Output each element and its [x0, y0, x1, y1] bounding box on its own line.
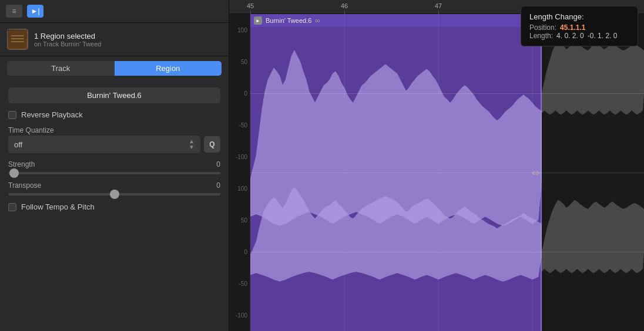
region-play-icon[interactable]: ►	[254, 16, 262, 25]
tooltip-title: Length Change:	[529, 12, 629, 21]
y-axis: 100 50 0 -50 -100 100 50 0 -50 -100	[229, 14, 250, 331]
right-panel: 45 46 47 100 50 0 -50 -100 100 50 0 -50 …	[229, 0, 644, 331]
y-label-100-top: 100	[237, 27, 247, 33]
strength-label: Strength	[8, 160, 35, 168]
tooltip-length-label: Length:	[529, 32, 553, 40]
thumbnail-inner	[8, 29, 28, 49]
y-label-100-mid: -100	[236, 154, 247, 160]
y-label-50-top: 50	[241, 59, 247, 65]
follow-tempo-row: Follow Tempo & Pitch	[8, 202, 220, 211]
strength-value: 0	[216, 160, 220, 168]
header-bar: ≡ ►|	[0, 0, 229, 23]
svg-rect-3	[11, 41, 24, 42]
y-label-50-bot: 50	[241, 217, 247, 224]
time-quantize-value: off	[14, 140, 22, 149]
zero-line-bottom	[250, 252, 644, 252]
follow-tempo-label: Follow Tempo & Pitch	[21, 202, 95, 211]
transport-icon: ►|	[31, 7, 40, 15]
left-panel: ≡ ►| 1 Region selected on Track Burnin' …	[0, 0, 229, 331]
y-label-50-mid: -50	[239, 122, 247, 129]
transpose-label: Transpose	[8, 181, 41, 190]
time-quantize-row: off ▲▼ Q	[8, 136, 220, 153]
waveform-area: 100 50 0 -50 -100 100 50 0 -50 -100 ► Bu…	[229, 14, 644, 331]
transport-button[interactable]: ►|	[27, 5, 43, 18]
y-label-m50-bot: -50	[239, 281, 247, 287]
y-label-100-bot-top: 100	[237, 185, 247, 192]
tooltip-length-value: 4. 0. 2. 0	[556, 32, 584, 40]
ruler-mark-47: 47	[435, 2, 442, 14]
tab-region[interactable]: Region	[115, 61, 222, 76]
form-area: Reverse Playback Time Quantize off ▲▼ Q …	[0, 80, 229, 331]
menu-button[interactable]: ≡	[6, 5, 22, 18]
tooltip-delta-value: -0. 1. 2. 0	[588, 32, 618, 40]
waveform-svg-bottom	[250, 179, 542, 331]
strength-row: Strength 0	[8, 160, 220, 170]
time-quantize-section: Time Quantize off ▲▼ Q	[8, 126, 220, 153]
y-label-0-top: 0	[244, 90, 247, 97]
tooltip-position-label: Position:	[529, 23, 556, 32]
y-label-0-bot: 0	[244, 249, 247, 255]
region-thumbnail	[7, 29, 28, 50]
zero-line-divider	[250, 173, 644, 173]
reverse-playback-row: Reverse Playback	[8, 110, 220, 119]
select-arrows-icon: ▲▼	[189, 139, 194, 150]
time-quantize-select[interactable]: off ▲▼	[8, 136, 200, 153]
ruler-mark-45: 45	[247, 2, 254, 14]
tab-track[interactable]: Track	[7, 61, 115, 76]
q-button[interactable]: Q	[204, 136, 220, 153]
transpose-section: Transpose 0	[8, 181, 220, 195]
waveform-track-area: ► Burnin' Tweed.6 ∞	[250, 14, 644, 331]
region-info: 1 Region selected on Track Burnin' Tweed	[0, 23, 229, 56]
strength-thumb[interactable]	[9, 168, 19, 178]
reverse-playback-label: Reverse Playback	[21, 110, 83, 119]
y-label-m100-bot: -100	[236, 312, 247, 319]
reverse-playback-checkbox[interactable]	[8, 111, 16, 119]
zero-line-top	[250, 93, 644, 94]
region-text: 1 Region selected on Track Burnin' Tweed	[34, 32, 101, 48]
tooltip-length-row: Length: 4. 0. 2. 0 -0. 1. 2. 0	[529, 32, 629, 40]
strength-slider[interactable]	[8, 172, 220, 174]
time-quantize-label: Time Quantize	[8, 126, 220, 134]
transpose-thumb[interactable]	[110, 190, 119, 199]
region-name-label: Burnin' Tweed.6	[266, 17, 311, 24]
transpose-slider[interactable]	[8, 193, 220, 195]
transpose-value: 0	[216, 181, 220, 190]
region-name-input[interactable]	[8, 87, 220, 103]
link-icon: ∞	[315, 16, 320, 25]
strength-section: Strength 0	[8, 160, 220, 174]
tooltip-position-value: 45.1.1.1	[560, 23, 585, 32]
region-header: ► Burnin' Tweed.6 ∞	[250, 14, 541, 27]
ruler-mark-46: 46	[341, 2, 348, 14]
svg-rect-1	[11, 35, 24, 36]
svg-rect-2	[11, 38, 24, 39]
region-track-subtitle: on Track Burnin' Tweed	[34, 40, 101, 48]
region-selected-title: 1 Region selected	[34, 32, 101, 40]
tooltip-box: Length Change: Position: 45.1.1.1 Length…	[521, 6, 638, 46]
tab-row: Track Region	[0, 56, 229, 80]
tooltip-position-row: Position: 45.1.1.1	[529, 23, 629, 32]
follow-tempo-checkbox[interactable]	[8, 203, 16, 211]
menu-icon: ≡	[12, 7, 16, 15]
